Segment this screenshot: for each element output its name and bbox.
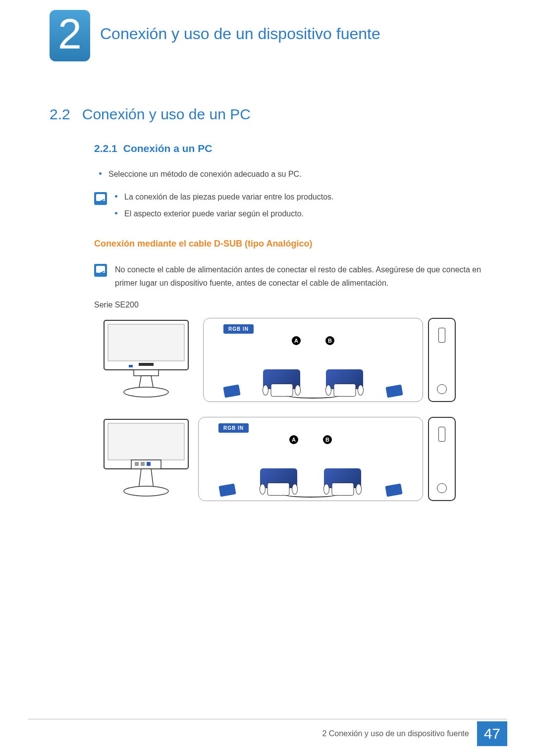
footer-chapter-ref: 2 Conexión y uso de un dispositivo fuent… <box>322 729 477 738</box>
series-label: Serie SE200 <box>94 301 485 309</box>
chapter-number-badge: 2 <box>50 10 90 61</box>
chapter-title: Conexión y uso de un dispositivo fuente <box>100 10 380 43</box>
footer-rule <box>28 719 507 719</box>
subsection-number: 2.2.1 <box>94 143 117 154</box>
svg-rect-7 <box>108 423 184 460</box>
bullet-icon <box>115 195 117 198</box>
svg-rect-5 <box>129 365 133 367</box>
rgb-in-label: RGB IN <box>218 423 249 433</box>
svg-point-12 <box>124 486 168 496</box>
monitor-illustration <box>99 315 193 404</box>
svg-rect-2 <box>134 370 159 376</box>
cable-panel: RGB IN A B <box>203 318 423 402</box>
label-a-badge: A <box>292 336 301 345</box>
cable-line <box>284 492 338 498</box>
svg-point-3 <box>124 387 168 397</box>
label-a-badge: A <box>289 435 298 444</box>
rgb-in-label: RGB IN <box>223 324 254 334</box>
label-b-badge: B <box>325 336 334 345</box>
pc-illustration <box>428 318 456 402</box>
pc-port-icon <box>385 385 403 398</box>
dsub-subheading: Conexión mediante el cable D-SUB (tipo A… <box>94 239 485 249</box>
svg-rect-4 <box>139 363 154 366</box>
svg-rect-9 <box>135 462 139 466</box>
label-b-badge: B <box>323 435 332 444</box>
rgb-port-icon <box>219 484 236 497</box>
section-number: 2.2 <box>50 106 70 123</box>
cable-line <box>287 393 339 399</box>
svg-rect-11 <box>147 462 151 466</box>
rgb-port-icon <box>223 385 240 398</box>
note-item: El aspecto exterior puede variar según e… <box>124 208 304 220</box>
subsection-title: Conexión a un PC <box>123 143 213 154</box>
warning-text: No conecte el cable de alimentación ante… <box>115 263 485 290</box>
note-item: La conexión de las piezas puede variar e… <box>124 191 333 203</box>
section-title: Conexión y uso de un PC <box>82 106 251 123</box>
svg-rect-1 <box>108 324 184 361</box>
bullet-icon <box>115 212 117 214</box>
note-icon <box>94 192 107 205</box>
note-icon <box>94 264 107 277</box>
bullet-text: Seleccione un método de conexión adecuad… <box>108 168 302 180</box>
pc-illustration <box>428 417 456 501</box>
svg-rect-10 <box>141 462 145 466</box>
connection-diagram: RGB IN A B <box>99 315 456 504</box>
cable-panel: RGB IN A B <box>198 417 423 501</box>
page-number: 47 <box>477 721 507 746</box>
pc-port-icon <box>385 484 402 497</box>
monitor-illustration <box>99 414 193 504</box>
bullet-icon <box>99 172 102 175</box>
